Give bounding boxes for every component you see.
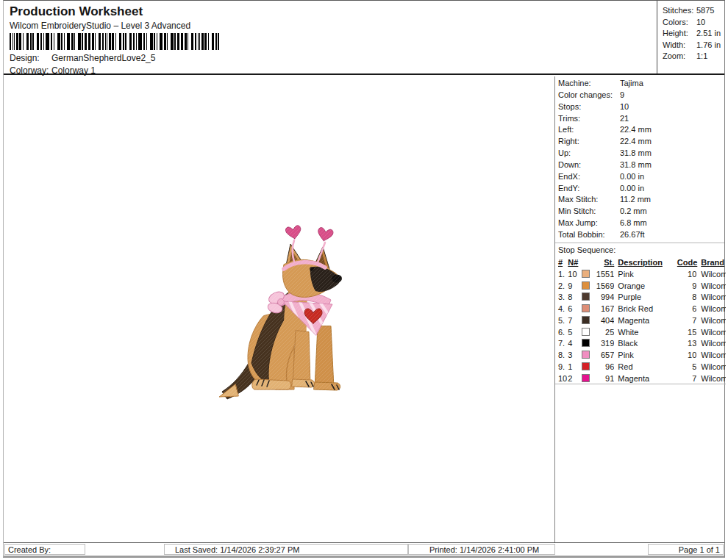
app-subtitle: Wilcom EmbroideryStudio – Level 3 Advanc… — [10, 21, 190, 31]
stop-sequence-header-row: # N# St. Description Code Brand — [555, 256, 726, 268]
stat-stitches: Stitches: 5875 — [663, 5, 724, 17]
thread-color-swatch — [582, 339, 590, 347]
design-stats-box: Stitches: 5875 Colors: 10 Height: 2.51 i… — [657, 1, 724, 73]
thread-color-swatch — [582, 270, 590, 278]
stat-width: Width: 1.76 in — [663, 40, 724, 51]
machine-row: Total Bobbin:26.67ft — [555, 229, 724, 241]
machine-row: Down:31.8 mm — [555, 159, 724, 171]
col-header-num: # — [558, 258, 563, 267]
thread-color-swatch — [582, 304, 590, 312]
machine-row: Max Jump:6.8 mm — [555, 218, 724, 229]
page-title: Production Worksheet — [10, 4, 143, 19]
stop-row: 4.6167Brick Red6Wilcom — [555, 303, 726, 315]
stat-colors: Colors: 10 — [663, 17, 724, 29]
col-header-needle: N# — [568, 258, 578, 267]
stop-row: 2.91569Orange9Wilcom — [555, 280, 726, 292]
stop-row: 7.4319Black13Wilcom — [555, 338, 726, 350]
col-header-code: Code — [677, 258, 698, 267]
stat-zoom: Zoom: 1:1 — [663, 51, 724, 62]
machine-row: Left:22.4 mm — [555, 124, 724, 136]
last-saved-field: Last Saved: 1/14/2026 2:39:27 PM — [164, 544, 408, 555]
stop-row: 3.8994Purple8Wilcom — [555, 291, 726, 303]
machine-row: Trims:21 — [555, 113, 724, 125]
machine-info-table: Machine:Tajima Color changes:9 Stops:10 … — [555, 76, 724, 241]
design-barcode — [10, 33, 221, 50]
worksheet-page: Production Worksheet Wilcom EmbroiderySt… — [3, 0, 725, 558]
worksheet-header: Production Worksheet Wilcom EmbroiderySt… — [4, 1, 724, 75]
stop-row: 1.101551Pink10Wilcom — [555, 268, 726, 280]
machine-row: Max Stitch:11.2 mm — [555, 194, 724, 206]
thread-color-swatch — [582, 362, 590, 370]
design-canvas — [4, 76, 554, 542]
stop-row: 8.3657Pink10Wilcom — [555, 349, 726, 361]
thread-color-swatch — [582, 374, 590, 382]
thread-color-swatch — [582, 316, 590, 324]
machine-row: EndY:0.00 in — [555, 183, 724, 195]
stop-row: 5.7404Magenta7Wilcom — [555, 315, 726, 326]
machine-row: Machine:Tajima — [555, 78, 724, 90]
colorway-label: Colorway: — [10, 65, 51, 76]
stop-row: 10.291Magenta7Wilcom — [555, 373, 726, 384]
stop-sequence-section: Stop Sequence: # N# St. Description Code… — [555, 243, 724, 384]
colorway-name: Colorway 1 — [51, 65, 96, 76]
machine-row: Right:22.4 mm — [555, 136, 724, 148]
stop-sequence-title: Stop Sequence: — [555, 243, 724, 256]
machine-info-panel: Machine:Tajima Color changes:9 Stops:10 … — [554, 76, 724, 542]
stop-sequence-table: # N# St. Description Code Brand 1.101551… — [555, 256, 726, 384]
created-by-field: Created By: — [4, 544, 85, 555]
col-header-description: Description — [618, 258, 663, 267]
thread-color-swatch — [582, 328, 590, 336]
page-number-field: Page 1 of 1 — [648, 544, 724, 555]
machine-row: Up:31.8 mm — [555, 148, 724, 159]
col-header-brand: Brand — [701, 258, 724, 267]
thread-color-swatch — [582, 351, 590, 359]
colorway-row: Colorway: Colorway 1 — [10, 65, 96, 76]
design-label: Design: — [10, 53, 51, 63]
machine-row: Stops:10 — [555, 101, 724, 113]
stop-row: 9.196Red5Wilcom — [555, 361, 726, 373]
worksheet-footer: Created By: Last Saved: 1/14/2026 2:39:2… — [4, 542, 724, 556]
embroidery-design-preview — [218, 222, 346, 402]
design-row: Design: GermanShepherdLove2_5 — [10, 53, 155, 63]
machine-row: EndX:0.00 in — [555, 171, 724, 183]
stat-height: Height: 2.51 in — [663, 28, 724, 40]
thread-color-swatch — [582, 292, 590, 301]
col-header-stitches: St. — [604, 258, 614, 267]
printed-field: Printed: 1/14/2026 2:41:00 PM — [408, 544, 555, 555]
stop-row: 6.525White15Wilcom — [555, 326, 726, 338]
design-name: GermanShepherdLove2_5 — [51, 53, 155, 63]
thread-color-swatch — [582, 281, 590, 290]
machine-row: Color changes:9 — [555, 90, 724, 101]
machine-row: Min Stitch:0.2 mm — [555, 206, 724, 218]
